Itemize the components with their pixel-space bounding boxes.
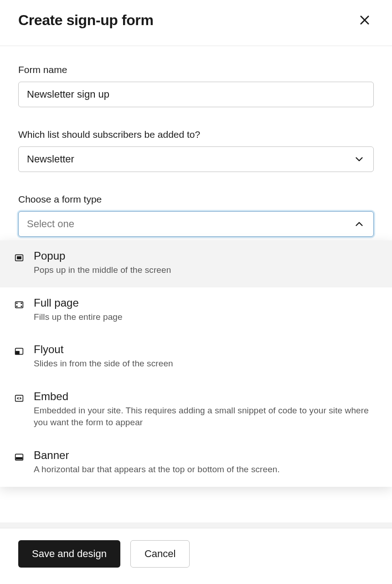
list-select-value: Newsletter — [27, 153, 74, 165]
form-name-label: Form name — [18, 64, 374, 75]
form-type-group: Choose a form type Select one Popup Pops… — [18, 194, 374, 237]
option-banner[interactable]: Banner A horizontal bar that appears at … — [0, 440, 392, 487]
save-and-design-button[interactable]: Save and design — [18, 540, 120, 568]
form-type-label: Choose a form type — [18, 194, 374, 205]
create-signup-form-modal: Create sign-up form Form name Which list… — [0, 0, 392, 584]
option-popup[interactable]: Popup Pops up in the middle of the scree… — [0, 240, 392, 287]
option-title: Full page — [34, 297, 123, 309]
svg-point-4 — [16, 306, 17, 307]
option-flyout[interactable]: Flyout Slides in from the side of the sc… — [0, 334, 392, 381]
svg-rect-1 — [17, 257, 21, 259]
fullpage-icon — [15, 300, 24, 309]
list-select-label: Which list should subscribers be added t… — [18, 129, 374, 140]
form-type-placeholder: Select one — [27, 218, 74, 230]
option-title: Banner — [34, 449, 280, 462]
form-name-input[interactable] — [18, 82, 374, 107]
option-desc: Embedded in your site. This requires add… — [34, 405, 379, 429]
modal-footer: Save and design Cancel — [0, 528, 392, 584]
option-desc: Slides in from the side of the screen — [34, 358, 173, 370]
svg-point-5 — [21, 302, 22, 303]
modal-header: Create sign-up form — [0, 0, 392, 46]
list-select-group: Which list should subscribers be added t… — [18, 129, 374, 172]
close-button[interactable] — [356, 11, 374, 29]
option-desc: Fills up the entire page — [34, 311, 123, 323]
flyout-icon — [15, 347, 24, 356]
close-icon — [358, 14, 371, 26]
svg-point-3 — [16, 302, 17, 303]
svg-rect-11 — [16, 458, 22, 459]
option-title: Flyout — [34, 343, 173, 356]
option-desc: Pops up in the middle of the screen — [34, 264, 171, 276]
cancel-button[interactable]: Cancel — [130, 540, 190, 568]
modal-body: Form name Which list should subscribers … — [0, 46, 392, 522]
option-title: Popup — [34, 250, 171, 262]
form-name-group: Form name — [18, 64, 374, 107]
option-title: Embed — [34, 390, 379, 403]
option-full-page[interactable]: Full page Fills up the entire page — [0, 287, 392, 334]
chevron-up-icon — [353, 218, 365, 230]
chevron-down-icon — [353, 153, 365, 165]
svg-rect-9 — [15, 395, 23, 401]
form-type-select[interactable]: Select one — [18, 211, 374, 237]
embed-icon — [15, 394, 24, 403]
option-embed[interactable]: Embed Embedded in your site. This requir… — [0, 381, 392, 440]
footer-separator — [0, 522, 392, 528]
svg-point-6 — [21, 306, 22, 307]
modal-title: Create sign-up form — [18, 12, 153, 29]
form-type-dropdown: Popup Pops up in the middle of the scree… — [0, 240, 392, 487]
list-select[interactable]: Newsletter — [18, 146, 374, 172]
option-desc: A horizontal bar that appears at the top… — [34, 464, 280, 476]
svg-rect-8 — [15, 351, 19, 355]
popup-icon — [15, 253, 24, 262]
banner-icon — [15, 453, 24, 462]
